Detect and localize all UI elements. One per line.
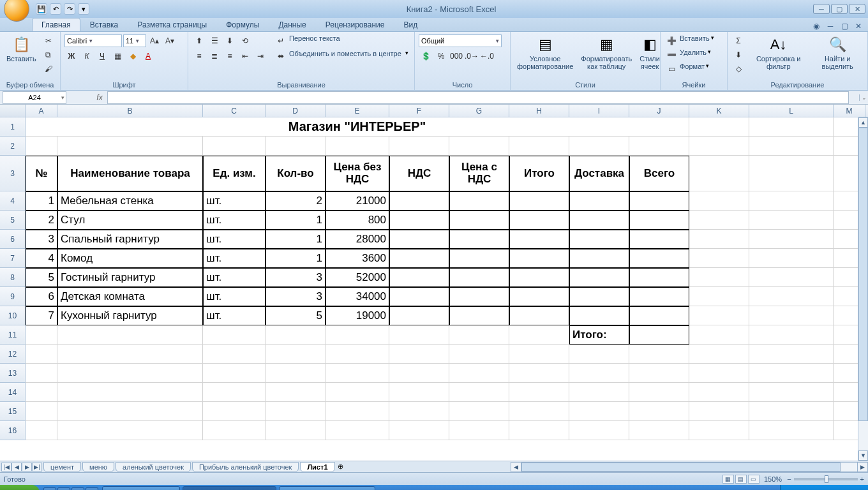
scroll-down-icon[interactable]: ▼ (858, 450, 868, 461)
cell[interactable]: 3 (266, 268, 326, 287)
cell[interactable]: 2 (266, 191, 326, 211)
cell[interactable] (749, 287, 834, 306)
ql-desktop-icon[interactable]: ▭ (57, 487, 70, 490)
cell[interactable] (569, 306, 629, 325)
col-header[interactable]: B (57, 105, 203, 117)
formula-input[interactable] (107, 91, 849, 104)
font-name-select[interactable]: Calibri▾ (64, 34, 122, 47)
first-sheet-icon[interactable]: |◀ (1, 463, 11, 471)
cell[interactable] (569, 364, 629, 383)
cell-styles-button[interactable]: ◧Стили ячеек (637, 34, 662, 71)
cell[interactable] (449, 191, 509, 211)
cell[interactable] (509, 325, 569, 345)
cell[interactable] (449, 137, 509, 156)
cell[interactable] (749, 117, 834, 137)
cell[interactable] (749, 325, 834, 345)
cell[interactable] (266, 345, 326, 364)
fill-icon[interactable]: ⬇ (731, 48, 745, 61)
autosum-icon[interactable]: Σ (731, 34, 745, 47)
restore-button[interactable]: ▢ (831, 4, 848, 14)
align-left-icon[interactable]: ≡ (192, 50, 206, 63)
undo-icon[interactable]: ↶ (50, 3, 61, 15)
row-header[interactable]: 14 (0, 383, 26, 402)
merge-center-button[interactable]: ⬌Объединить и поместить в центре▾ (274, 50, 408, 63)
row-header[interactable]: 13 (0, 364, 26, 383)
cell[interactable]: шт. (203, 211, 266, 230)
cell[interactable] (689, 421, 749, 440)
zoom-level[interactable]: 150% (764, 475, 782, 483)
accounting-format-icon[interactable]: 💲 (419, 50, 433, 63)
align-middle-icon[interactable]: ☰ (207, 34, 221, 47)
cell[interactable]: 1 (26, 191, 57, 211)
increase-indent-icon[interactable]: ⇥ (253, 50, 267, 63)
cell[interactable] (389, 230, 449, 249)
ribbon-minimize-icon[interactable]: ─ (825, 21, 836, 31)
cell[interactable] (449, 230, 509, 249)
cell[interactable]: Наименование товара (57, 156, 203, 191)
cell[interactable] (749, 249, 834, 268)
cell[interactable] (203, 345, 266, 364)
cell[interactable] (509, 268, 569, 287)
cell[interactable] (629, 364, 689, 383)
cell[interactable]: 1 (266, 230, 326, 249)
cell[interactable] (509, 249, 569, 268)
normal-view-icon[interactable]: ▦ (722, 475, 734, 484)
zoom-slider[interactable]: − + (787, 475, 864, 483)
cell[interactable] (749, 345, 834, 364)
fx-icon[interactable]: fx (92, 93, 107, 102)
cell[interactable]: 800 (326, 211, 389, 230)
taskbar-docs[interactable]: 📁Мои документы (102, 486, 180, 490)
cell[interactable]: 34000 (326, 287, 389, 306)
cell[interactable]: НДС (389, 156, 449, 191)
cell[interactable] (689, 345, 749, 364)
cell[interactable] (689, 230, 749, 249)
cell[interactable]: Цена без НДС (326, 156, 389, 191)
cell[interactable] (629, 249, 689, 268)
comma-format-icon[interactable]: 000 (449, 50, 463, 63)
sheet-tab[interactable]: цемент (43, 462, 81, 472)
cell[interactable] (749, 421, 834, 440)
cell[interactable] (57, 364, 203, 383)
col-header[interactable]: L (749, 105, 834, 117)
ql-ie-icon[interactable]: e (43, 487, 56, 490)
next-sheet-icon[interactable]: ▶ (22, 463, 32, 471)
cell[interactable]: 5 (266, 306, 326, 325)
cell[interactable] (689, 306, 749, 325)
font-color-button[interactable]: A (141, 50, 155, 63)
cell[interactable] (326, 402, 389, 421)
cell[interactable] (26, 325, 57, 345)
clear-icon[interactable]: ◇ (731, 63, 745, 75)
taskbar-excel[interactable]: XMicrosoft Excel - Кни... (183, 486, 277, 490)
cell[interactable]: шт. (203, 306, 266, 325)
cell[interactable] (326, 345, 389, 364)
cell[interactable]: шт. (203, 191, 266, 211)
row-header[interactable]: 16 (0, 421, 26, 440)
start-button[interactable]: ⊞пуск (0, 485, 40, 490)
cell[interactable] (449, 287, 509, 306)
row-header[interactable]: 2 (0, 137, 26, 156)
cell[interactable] (203, 325, 266, 345)
title-cell[interactable]: Магазин "ИНТЕРЬЕР" (26, 117, 689, 137)
find-select-button[interactable]: 🔍Найти и выделить (811, 34, 864, 71)
cell[interactable]: Гостиный гарнитур (57, 268, 203, 287)
row-header[interactable]: 5 (0, 211, 26, 230)
tab-home[interactable]: Главная (32, 18, 80, 31)
col-header[interactable]: K (689, 105, 749, 117)
cell[interactable] (449, 345, 509, 364)
cell[interactable] (26, 402, 57, 421)
cell[interactable]: Ед. изм. (203, 156, 266, 191)
align-bottom-icon[interactable]: ⬇ (223, 34, 237, 47)
cell[interactable] (749, 156, 834, 191)
col-header[interactable]: C (203, 105, 266, 117)
tab-formulas[interactable]: Формулы (216, 18, 269, 31)
col-header[interactable]: G (449, 105, 509, 117)
cell[interactable] (26, 421, 57, 440)
cell[interactable] (689, 137, 749, 156)
cell[interactable] (389, 345, 449, 364)
tab-view[interactable]: Вид (394, 18, 427, 31)
cell[interactable] (509, 402, 569, 421)
cell[interactable] (569, 211, 629, 230)
scroll-thumb[interactable] (858, 128, 868, 421)
row-header[interactable]: 15 (0, 402, 26, 421)
cell[interactable] (689, 211, 749, 230)
